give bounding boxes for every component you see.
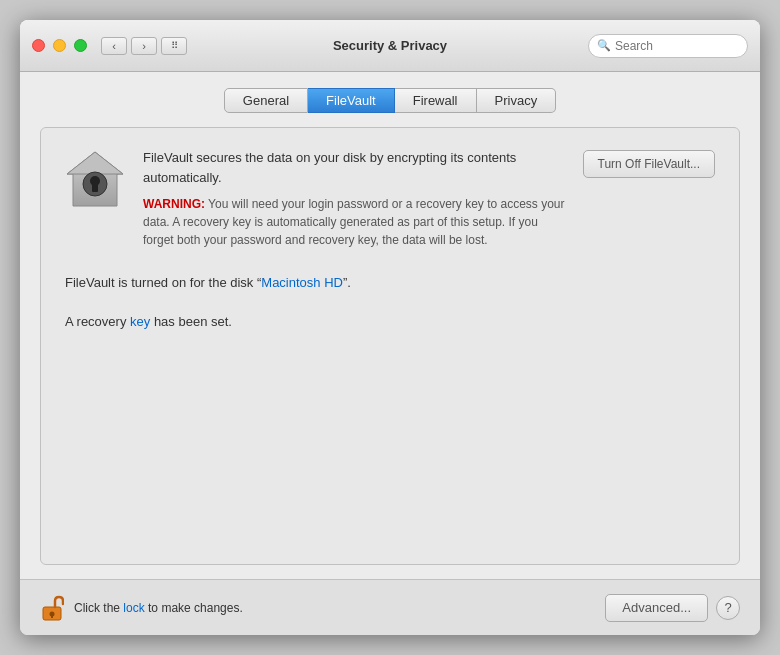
- advanced-button[interactable]: Advanced...: [605, 594, 708, 622]
- recovery-prefix: A recovery: [65, 314, 130, 329]
- lock-area: Click the lock to make changes.: [40, 594, 243, 622]
- filevault-panel: FileVault secures the data on your disk …: [40, 127, 740, 565]
- turn-off-filevault-button[interactable]: Turn Off FileVault...: [583, 150, 715, 178]
- filevault-icon: [65, 148, 125, 208]
- tab-filevault[interactable]: FileVault: [308, 88, 395, 113]
- tab-general[interactable]: General: [224, 88, 308, 113]
- status-prefix: FileVault is turned on for the disk “: [65, 275, 261, 290]
- back-button[interactable]: ‹: [101, 37, 127, 55]
- filevault-recovery-status: A recovery key has been set.: [65, 314, 715, 329]
- svg-rect-4: [92, 184, 98, 192]
- warning-label: WARNING:: [143, 197, 205, 211]
- minimize-button[interactable]: [53, 39, 66, 52]
- lock-text: Click the lock to make changes.: [74, 601, 243, 615]
- lock-text-suffix: to make changes.: [145, 601, 243, 615]
- main-window: ‹ › ⠿ Security & Privacy 🔍 General FileV…: [20, 20, 760, 635]
- search-icon: 🔍: [597, 39, 611, 52]
- recovery-key-link[interactable]: key: [130, 314, 150, 329]
- bottom-bar: Click the lock to make changes. Advanced…: [20, 579, 760, 635]
- bottom-right: Advanced... ?: [605, 594, 740, 622]
- tab-firewall[interactable]: Firewall: [395, 88, 477, 113]
- forward-button[interactable]: ›: [131, 37, 157, 55]
- window-title: Security & Privacy: [333, 38, 447, 53]
- help-button[interactable]: ?: [716, 596, 740, 620]
- close-button[interactable]: [32, 39, 45, 52]
- grid-button[interactable]: ⠿: [161, 37, 187, 55]
- maximize-button[interactable]: [74, 39, 87, 52]
- lock-text-prefix: Click the: [74, 601, 123, 615]
- disk-name: Macintosh HD: [261, 275, 343, 290]
- titlebar: ‹ › ⠿ Security & Privacy 🔍: [20, 20, 760, 72]
- filevault-warning: WARNING: You will need your login passwo…: [143, 195, 565, 249]
- filevault-status: FileVault is turned on for the disk “Mac…: [65, 273, 715, 294]
- filevault-header-text: FileVault secures the data on your disk …: [143, 148, 565, 249]
- lock-link[interactable]: lock: [123, 601, 144, 615]
- warning-text: You will need your login password or a r…: [143, 197, 565, 247]
- filevault-description: FileVault secures the data on your disk …: [143, 148, 565, 187]
- tab-privacy[interactable]: Privacy: [477, 88, 557, 113]
- traffic-lights: [32, 39, 87, 52]
- filevault-header: FileVault secures the data on your disk …: [65, 148, 715, 249]
- nav-buttons: ‹ ›: [101, 37, 157, 55]
- recovery-suffix: has been set.: [150, 314, 232, 329]
- content-area: General FileVault Firewall Privacy: [20, 72, 760, 579]
- search-box[interactable]: 🔍: [588, 34, 748, 58]
- tab-bar: General FileVault Firewall Privacy: [40, 88, 740, 113]
- status-suffix: ”.: [343, 275, 351, 290]
- lock-icon: [40, 594, 64, 622]
- svg-rect-7: [51, 614, 53, 618]
- svg-marker-1: [67, 152, 123, 174]
- search-input[interactable]: [615, 39, 739, 53]
